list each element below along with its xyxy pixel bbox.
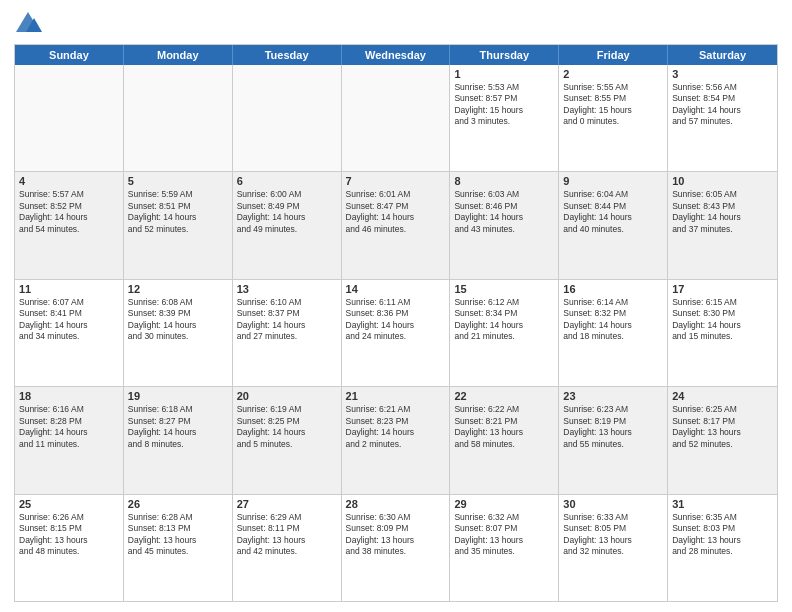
- day-details: Sunrise: 6:08 AM Sunset: 8:39 PM Dayligh…: [128, 297, 228, 343]
- calendar-day-19: 19Sunrise: 6:18 AM Sunset: 8:27 PM Dayli…: [124, 387, 233, 493]
- day-details: Sunrise: 5:56 AM Sunset: 8:54 PM Dayligh…: [672, 82, 773, 128]
- calendar-day-31: 31Sunrise: 6:35 AM Sunset: 8:03 PM Dayli…: [668, 495, 777, 601]
- calendar-day-2: 2Sunrise: 5:55 AM Sunset: 8:55 PM Daylig…: [559, 65, 668, 171]
- day-details: Sunrise: 6:30 AM Sunset: 8:09 PM Dayligh…: [346, 512, 446, 558]
- day-details: Sunrise: 6:33 AM Sunset: 8:05 PM Dayligh…: [563, 512, 663, 558]
- calendar-day-23: 23Sunrise: 6:23 AM Sunset: 8:19 PM Dayli…: [559, 387, 668, 493]
- day-details: Sunrise: 6:07 AM Sunset: 8:41 PM Dayligh…: [19, 297, 119, 343]
- calendar-day-11: 11Sunrise: 6:07 AM Sunset: 8:41 PM Dayli…: [15, 280, 124, 386]
- day-number: 29: [454, 498, 554, 510]
- day-details: Sunrise: 6:22 AM Sunset: 8:21 PM Dayligh…: [454, 404, 554, 450]
- calendar-day-8: 8Sunrise: 6:03 AM Sunset: 8:46 PM Daylig…: [450, 172, 559, 278]
- calendar-empty-cell: [124, 65, 233, 171]
- calendar-day-16: 16Sunrise: 6:14 AM Sunset: 8:32 PM Dayli…: [559, 280, 668, 386]
- logo-icon: [14, 10, 42, 38]
- calendar-day-30: 30Sunrise: 6:33 AM Sunset: 8:05 PM Dayli…: [559, 495, 668, 601]
- calendar-header: SundayMondayTuesdayWednesdayThursdayFrid…: [15, 45, 777, 65]
- calendar-day-21: 21Sunrise: 6:21 AM Sunset: 8:23 PM Dayli…: [342, 387, 451, 493]
- day-header-friday: Friday: [559, 45, 668, 65]
- calendar-empty-cell: [342, 65, 451, 171]
- day-number: 8: [454, 175, 554, 187]
- day-number: 3: [672, 68, 773, 80]
- calendar-day-29: 29Sunrise: 6:32 AM Sunset: 8:07 PM Dayli…: [450, 495, 559, 601]
- day-details: Sunrise: 6:03 AM Sunset: 8:46 PM Dayligh…: [454, 189, 554, 235]
- calendar-day-5: 5Sunrise: 5:59 AM Sunset: 8:51 PM Daylig…: [124, 172, 233, 278]
- day-details: Sunrise: 6:26 AM Sunset: 8:15 PM Dayligh…: [19, 512, 119, 558]
- day-number: 24: [672, 390, 773, 402]
- day-number: 4: [19, 175, 119, 187]
- calendar-day-14: 14Sunrise: 6:11 AM Sunset: 8:36 PM Dayli…: [342, 280, 451, 386]
- logo: [14, 10, 46, 38]
- calendar-day-6: 6Sunrise: 6:00 AM Sunset: 8:49 PM Daylig…: [233, 172, 342, 278]
- day-number: 6: [237, 175, 337, 187]
- calendar-week-4: 18Sunrise: 6:16 AM Sunset: 8:28 PM Dayli…: [15, 387, 777, 494]
- calendar-day-3: 3Sunrise: 5:56 AM Sunset: 8:54 PM Daylig…: [668, 65, 777, 171]
- day-details: Sunrise: 6:05 AM Sunset: 8:43 PM Dayligh…: [672, 189, 773, 235]
- calendar-day-17: 17Sunrise: 6:15 AM Sunset: 8:30 PM Dayli…: [668, 280, 777, 386]
- calendar-week-1: 1Sunrise: 5:53 AM Sunset: 8:57 PM Daylig…: [15, 65, 777, 172]
- calendar-day-15: 15Sunrise: 6:12 AM Sunset: 8:34 PM Dayli…: [450, 280, 559, 386]
- day-number: 12: [128, 283, 228, 295]
- day-number: 20: [237, 390, 337, 402]
- day-number: 10: [672, 175, 773, 187]
- day-number: 14: [346, 283, 446, 295]
- calendar-day-25: 25Sunrise: 6:26 AM Sunset: 8:15 PM Dayli…: [15, 495, 124, 601]
- day-details: Sunrise: 5:53 AM Sunset: 8:57 PM Dayligh…: [454, 82, 554, 128]
- day-details: Sunrise: 6:25 AM Sunset: 8:17 PM Dayligh…: [672, 404, 773, 450]
- day-number: 17: [672, 283, 773, 295]
- day-number: 1: [454, 68, 554, 80]
- calendar-day-9: 9Sunrise: 6:04 AM Sunset: 8:44 PM Daylig…: [559, 172, 668, 278]
- day-details: Sunrise: 6:15 AM Sunset: 8:30 PM Dayligh…: [672, 297, 773, 343]
- calendar-day-1: 1Sunrise: 5:53 AM Sunset: 8:57 PM Daylig…: [450, 65, 559, 171]
- day-details: Sunrise: 6:12 AM Sunset: 8:34 PM Dayligh…: [454, 297, 554, 343]
- day-details: Sunrise: 6:21 AM Sunset: 8:23 PM Dayligh…: [346, 404, 446, 450]
- calendar-day-22: 22Sunrise: 6:22 AM Sunset: 8:21 PM Dayli…: [450, 387, 559, 493]
- calendar-empty-cell: [233, 65, 342, 171]
- day-number: 19: [128, 390, 228, 402]
- calendar-empty-cell: [15, 65, 124, 171]
- day-number: 9: [563, 175, 663, 187]
- day-number: 31: [672, 498, 773, 510]
- day-number: 22: [454, 390, 554, 402]
- day-header-tuesday: Tuesday: [233, 45, 342, 65]
- day-number: 2: [563, 68, 663, 80]
- day-details: Sunrise: 6:23 AM Sunset: 8:19 PM Dayligh…: [563, 404, 663, 450]
- calendar-day-28: 28Sunrise: 6:30 AM Sunset: 8:09 PM Dayli…: [342, 495, 451, 601]
- day-number: 21: [346, 390, 446, 402]
- page-header: [14, 10, 778, 38]
- calendar-day-26: 26Sunrise: 6:28 AM Sunset: 8:13 PM Dayli…: [124, 495, 233, 601]
- day-header-monday: Monday: [124, 45, 233, 65]
- day-details: Sunrise: 6:16 AM Sunset: 8:28 PM Dayligh…: [19, 404, 119, 450]
- day-header-saturday: Saturday: [668, 45, 777, 65]
- day-details: Sunrise: 5:59 AM Sunset: 8:51 PM Dayligh…: [128, 189, 228, 235]
- calendar-day-24: 24Sunrise: 6:25 AM Sunset: 8:17 PM Dayli…: [668, 387, 777, 493]
- calendar: SundayMondayTuesdayWednesdayThursdayFrid…: [14, 44, 778, 602]
- day-details: Sunrise: 6:35 AM Sunset: 8:03 PM Dayligh…: [672, 512, 773, 558]
- day-header-thursday: Thursday: [450, 45, 559, 65]
- day-details: Sunrise: 6:00 AM Sunset: 8:49 PM Dayligh…: [237, 189, 337, 235]
- day-number: 15: [454, 283, 554, 295]
- day-details: Sunrise: 6:19 AM Sunset: 8:25 PM Dayligh…: [237, 404, 337, 450]
- calendar-day-13: 13Sunrise: 6:10 AM Sunset: 8:37 PM Dayli…: [233, 280, 342, 386]
- calendar-day-18: 18Sunrise: 6:16 AM Sunset: 8:28 PM Dayli…: [15, 387, 124, 493]
- day-header-wednesday: Wednesday: [342, 45, 451, 65]
- day-details: Sunrise: 6:29 AM Sunset: 8:11 PM Dayligh…: [237, 512, 337, 558]
- calendar-day-7: 7Sunrise: 6:01 AM Sunset: 8:47 PM Daylig…: [342, 172, 451, 278]
- day-number: 16: [563, 283, 663, 295]
- day-details: Sunrise: 6:01 AM Sunset: 8:47 PM Dayligh…: [346, 189, 446, 235]
- day-number: 11: [19, 283, 119, 295]
- day-number: 18: [19, 390, 119, 402]
- calendar-week-5: 25Sunrise: 6:26 AM Sunset: 8:15 PM Dayli…: [15, 495, 777, 601]
- day-number: 5: [128, 175, 228, 187]
- day-details: Sunrise: 6:32 AM Sunset: 8:07 PM Dayligh…: [454, 512, 554, 558]
- day-number: 28: [346, 498, 446, 510]
- day-details: Sunrise: 6:14 AM Sunset: 8:32 PM Dayligh…: [563, 297, 663, 343]
- day-details: Sunrise: 6:18 AM Sunset: 8:27 PM Dayligh…: [128, 404, 228, 450]
- calendar-day-4: 4Sunrise: 5:57 AM Sunset: 8:52 PM Daylig…: [15, 172, 124, 278]
- day-details: Sunrise: 6:11 AM Sunset: 8:36 PM Dayligh…: [346, 297, 446, 343]
- calendar-week-3: 11Sunrise: 6:07 AM Sunset: 8:41 PM Dayli…: [15, 280, 777, 387]
- day-number: 13: [237, 283, 337, 295]
- day-number: 27: [237, 498, 337, 510]
- calendar-body: 1Sunrise: 5:53 AM Sunset: 8:57 PM Daylig…: [15, 65, 777, 601]
- calendar-day-10: 10Sunrise: 6:05 AM Sunset: 8:43 PM Dayli…: [668, 172, 777, 278]
